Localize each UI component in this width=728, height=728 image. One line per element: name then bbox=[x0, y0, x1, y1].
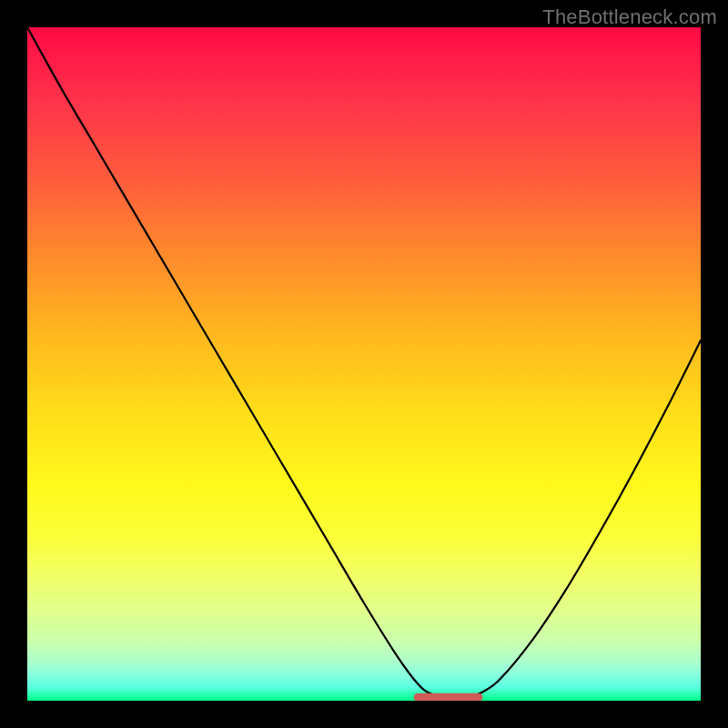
curve-layer bbox=[27, 27, 701, 701]
bottleneck-curve bbox=[27, 27, 701, 698]
plot-area bbox=[27, 27, 701, 701]
chart-container: TheBottleneck.com bbox=[0, 0, 728, 728]
watermark-text: TheBottleneck.com bbox=[542, 5, 717, 29]
